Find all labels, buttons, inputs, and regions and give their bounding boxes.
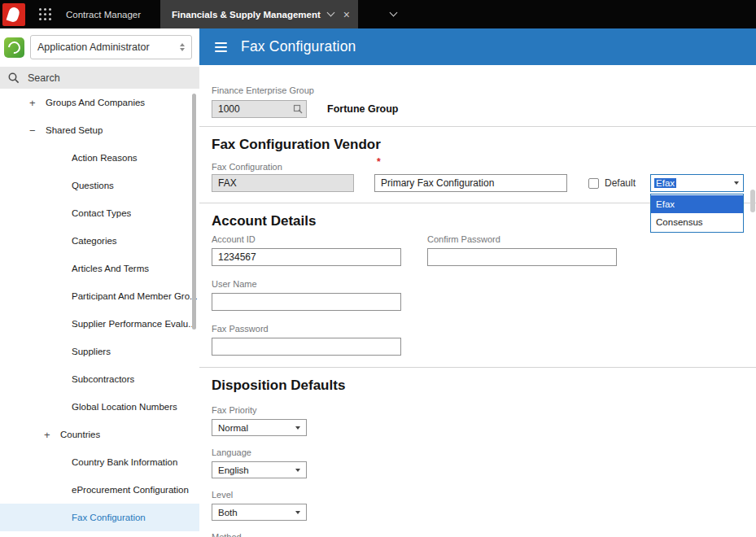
- top-bar: Contract Manager Financials & Supply Man…: [0, 0, 756, 28]
- tree-item-groups-and-companies[interactable]: + Groups And Companies: [0, 89, 199, 116]
- confirm-password-label: Confirm Password: [427, 234, 617, 244]
- chevron-down-icon: [295, 426, 300, 430]
- infor-logo-icon[interactable]: [2, 3, 25, 26]
- tab-financials-supply-management[interactable]: Financials & Supply Management ×: [160, 0, 358, 28]
- fax-password-label: Fax Password: [212, 324, 401, 334]
- app-title: Contract Manager: [66, 10, 141, 20]
- fax-password-input[interactable]: [212, 338, 401, 356]
- collapse-icon[interactable]: −: [29, 124, 46, 137]
- tree-item-countries[interactable]: + Countries: [0, 421, 199, 448]
- vendor-row: FAX Default Efax Efax Consensus: [212, 174, 756, 192]
- tree-item-label: eProcurement Configuration: [72, 485, 189, 495]
- tree-item-supplier-performance-evaluation[interactable]: Supplier Performance Evalu...: [0, 310, 199, 338]
- main-scrollbar[interactable]: [750, 190, 755, 212]
- language-group: Language English: [212, 448, 756, 478]
- tree-item-subcontractors[interactable]: Subcontractors: [0, 365, 199, 393]
- lookup-icon[interactable]: [293, 104, 303, 114]
- tree-item-shared-setup[interactable]: − Shared Setup: [0, 116, 199, 144]
- language-label: Language: [212, 448, 756, 457]
- navigation-tree: + Groups And Companies − Shared Setup Ac…: [0, 89, 199, 531]
- account-id-label: Account ID: [212, 234, 401, 244]
- hamburger-menu-icon[interactable]: [215, 42, 227, 52]
- method-label: Method: [212, 532, 756, 537]
- language-select[interactable]: English: [212, 461, 307, 478]
- sidebar-scrollbar[interactable]: [192, 94, 196, 330]
- app-window: Contract Manager Financials & Supply Man…: [0, 0, 756, 537]
- level-group: Level Both: [212, 490, 756, 521]
- fax-configuration-name-input[interactable]: [374, 174, 567, 192]
- vendor-combobox-value: Efax: [651, 178, 730, 188]
- disposition-section-heading: Disposition Defaults: [212, 378, 756, 394]
- fax-password-group: Fax Password: [212, 324, 401, 356]
- page-header: Fax Configuration: [199, 28, 756, 65]
- vendor-dropdown-list: Efax Consensus: [650, 194, 744, 233]
- page-title: Fax Configuration: [241, 38, 356, 55]
- chevron-down-icon[interactable]: [390, 9, 398, 17]
- chevron-down-icon[interactable]: [326, 9, 334, 17]
- account-grid: Account ID User Name Fax Password Confir…: [212, 234, 756, 356]
- search-input[interactable]: [28, 72, 191, 84]
- tree-item-global-location-numbers[interactable]: Global Location Numbers: [0, 393, 199, 421]
- tree-item-label: Country Bank Information: [72, 457, 177, 467]
- finance-enterprise-group-field[interactable]: 1000: [212, 100, 307, 118]
- tree-item-label: Supplier Performance Evalu...: [72, 319, 196, 329]
- section-divider: [199, 367, 756, 368]
- tab-label: Financials & Supply Management: [172, 10, 321, 20]
- chevron-down-icon: [295, 511, 300, 514]
- tree-item-label: Global Location Numbers: [72, 402, 177, 412]
- tree-item-label: Shared Setup: [46, 125, 103, 135]
- level-select[interactable]: Both: [212, 504, 307, 521]
- role-selector[interactable]: Application Administrator: [30, 35, 192, 59]
- tree-item-categories[interactable]: Categories: [0, 227, 199, 255]
- default-checkbox-label: Default: [605, 177, 636, 189]
- tree-item-country-bank-information[interactable]: Country Bank Information: [0, 448, 199, 476]
- language-value: English: [218, 465, 249, 475]
- close-tab-icon[interactable]: ×: [343, 9, 350, 20]
- tree-item-questions[interactable]: Questions: [0, 172, 199, 199]
- tree-item-label: Categories: [72, 236, 117, 246]
- expand-icon[interactable]: +: [44, 429, 60, 441]
- method-group: Method None: [212, 532, 756, 537]
- tree-item-label: Questions: [72, 181, 114, 190]
- tree-item-label: Action Reasons: [72, 153, 138, 163]
- confirm-password-group: Confirm Password: [427, 234, 617, 266]
- tree-item-fax-configuration[interactable]: Fax Configuration: [0, 504, 199, 531]
- user-name-input[interactable]: [212, 293, 401, 311]
- confirm-password-input[interactable]: [427, 248, 617, 266]
- app-grid-icon[interactable]: [39, 8, 51, 20]
- tree-item-label: Countries: [60, 430, 100, 439]
- level-label: Level: [212, 490, 756, 500]
- role-selector-spinner-icon: [180, 43, 185, 51]
- fax-configuration-code-field[interactable]: FAX: [212, 174, 354, 192]
- tree-item-label: Suppliers: [72, 347, 111, 356]
- vendor-combobox[interactable]: Efax Efax Consensus: [650, 174, 744, 192]
- tree-item-eprocurement-configuration[interactable]: eProcurement Configuration: [0, 476, 199, 504]
- tree-item-label: Participant And Member Gro...: [72, 291, 198, 301]
- finance-enterprise-group-display-name: Fortune Group: [327, 103, 399, 115]
- fax-priority-label: Fax Priority: [212, 405, 756, 415]
- vendor-section-heading: Fax Configuration Vendor: [212, 137, 756, 153]
- fax-priority-value: Normal: [218, 423, 248, 433]
- account-id-group: Account ID: [212, 234, 401, 266]
- tree-item-action-reasons[interactable]: Action Reasons: [0, 144, 199, 172]
- expand-icon[interactable]: +: [29, 97, 46, 109]
- tree-item-label: Fax Configuration: [72, 513, 146, 522]
- chevron-down-icon[interactable]: [730, 181, 743, 185]
- default-checkbox-group: Default: [588, 177, 636, 189]
- tree-item-suppliers[interactable]: Suppliers: [0, 338, 199, 365]
- default-checkbox[interactable]: [588, 178, 599, 189]
- tree-item-participant-member-groups[interactable]: Participant And Member Gro...: [0, 282, 199, 310]
- account-id-input[interactable]: [212, 248, 401, 266]
- tree-item-contact-types[interactable]: Contact Types: [0, 199, 199, 227]
- section-divider: [199, 126, 756, 127]
- vendor-option-consensus[interactable]: Consensus: [651, 213, 743, 231]
- fax-priority-select[interactable]: Normal: [212, 419, 307, 436]
- workspace-logo-icon[interactable]: [4, 37, 24, 58]
- level-value: Both: [218, 508, 238, 517]
- main-panel: Fax Configuration Finance Enterprise Gro…: [199, 28, 756, 537]
- vendor-option-efax[interactable]: Efax: [651, 195, 743, 213]
- user-name-group: User Name: [212, 279, 401, 311]
- finance-enterprise-group-value: 1000: [218, 103, 240, 115]
- tree-item-articles-and-terms[interactable]: Articles And Terms: [0, 255, 199, 282]
- required-asterisk: *: [377, 156, 381, 168]
